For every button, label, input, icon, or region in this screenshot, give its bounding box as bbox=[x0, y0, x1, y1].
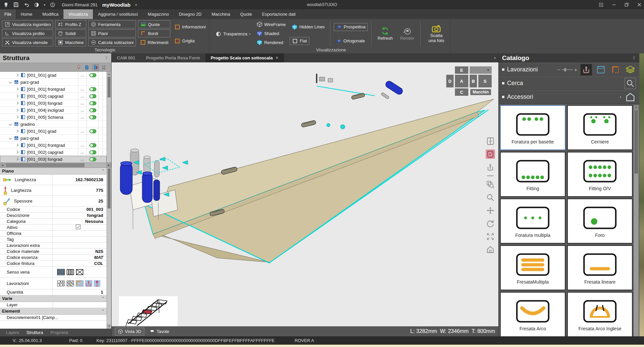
row-options-button[interactable]: ... bbox=[78, 93, 87, 99]
undo-icon[interactable] bbox=[23, 2, 29, 7]
row-options-button[interactable]: ... bbox=[78, 86, 87, 92]
property-row-codice-finitura[interactable]: Codice finituraCOL bbox=[0, 261, 107, 267]
tab-struttura[interactable]: Struttura bbox=[26, 330, 43, 335]
tree-row[interactable]: [001_005] Schiena... bbox=[0, 114, 107, 121]
pin-icon[interactable] bbox=[632, 56, 636, 60]
property-value[interactable]: N25 bbox=[53, 249, 107, 254]
menu-item-esportazione-dati[interactable]: Esportazione dati bbox=[257, 9, 300, 19]
chevron-right-icon[interactable] bbox=[15, 73, 19, 77]
section-header-varie[interactable]: Varie⌃ bbox=[0, 295, 107, 302]
ortogonale-button[interactable]: Ortogonale bbox=[334, 37, 368, 45]
catalog-tile-fitting[interactable]: Fitting bbox=[500, 152, 566, 197]
catalog-section-cerca[interactable]: Cerca bbox=[499, 76, 639, 90]
visibility-toggle[interactable] bbox=[87, 149, 99, 155]
panel-view-marked-icon[interactable] bbox=[93, 64, 99, 70]
visibility-toggle[interactable] bbox=[87, 100, 99, 106]
row-options-button[interactable]: ... bbox=[78, 100, 87, 106]
chevron-down-icon[interactable] bbox=[9, 136, 12, 140]
property-value[interactable]: COL bbox=[53, 261, 107, 266]
view-button-d[interactable]: D bbox=[446, 75, 454, 87]
document-tab-progetto-scala-con-sottoscala[interactable]: Progetto Scala con sottoscala✕ bbox=[205, 53, 284, 62]
grain-none-icon[interactable] bbox=[75, 269, 84, 276]
prospettiva-button[interactable]: Prospettiva bbox=[334, 23, 368, 31]
chevron-right-icon[interactable] bbox=[15, 108, 19, 112]
profilo-z-button[interactable]: ZProfilo Z bbox=[55, 20, 86, 28]
row-options-button[interactable]: ... bbox=[78, 114, 87, 120]
menu-item-file[interactable]: File bbox=[0, 9, 16, 19]
catalog-tile-fresata-arco[interactable]: Fresata Arco bbox=[500, 292, 566, 336]
layers-icon[interactable] bbox=[625, 64, 636, 75]
property-row-codice-materiale[interactable]: Codice materialeN25 bbox=[0, 249, 107, 255]
visibility-toggle[interactable] bbox=[87, 79, 99, 85]
view-button-a[interactable]: A bbox=[455, 75, 468, 87]
property-value[interactable]: Nessuna bbox=[53, 219, 107, 224]
view-button-b[interactable]: B bbox=[470, 75, 477, 87]
tree-row[interactable]: [001_001] grad... bbox=[0, 72, 107, 79]
property-value[interactable]: 775 bbox=[53, 188, 107, 193]
menu-item-disegno-2d[interactable]: Disegno 2D bbox=[174, 9, 206, 19]
drill-icon[interactable] bbox=[486, 162, 495, 172]
row-options-button[interactable] bbox=[78, 121, 87, 127]
tab-layers[interactable]: Layers bbox=[6, 330, 19, 335]
tree-row[interactable]: parz-grad bbox=[0, 135, 107, 142]
property-row-officina[interactable]: Officina bbox=[0, 231, 107, 237]
visibility-toggle[interactable] bbox=[87, 86, 99, 92]
zoom-window-icon[interactable] bbox=[486, 180, 495, 189]
tree-row[interactable]: [001_001] frontgrad... bbox=[0, 86, 107, 93]
scroll-down-icon[interactable]: ▼ bbox=[107, 324, 111, 329]
visibility-toggle[interactable] bbox=[87, 72, 99, 78]
info-icon[interactable] bbox=[50, 2, 55, 7]
refresh-button[interactable]: Refresh bbox=[375, 20, 395, 47]
tree-row[interactable]: [001_003] fongrad... bbox=[0, 100, 107, 107]
property-value[interactable]: 001_003 bbox=[53, 207, 107, 212]
property-value[interactable]: MAT bbox=[53, 255, 107, 260]
property-value[interactable]: 162.76002138 bbox=[53, 177, 107, 182]
menu-item-aggiorna-sostituisci[interactable]: Aggiorna / sostituisci bbox=[93, 9, 143, 19]
pin-icon[interactable] bbox=[105, 56, 109, 60]
tree-row[interactable]: gradino bbox=[0, 121, 107, 128]
tree-row[interactable]: [001_001] grad... bbox=[0, 128, 107, 135]
property-row-larghezza[interactable]: Larghezza775 bbox=[0, 185, 107, 196]
cabinet-view-icon[interactable] bbox=[486, 136, 495, 146]
macchine-button[interactable]: Macchine bbox=[55, 38, 86, 46]
vista-3d-tab[interactable]: Vista 3D bbox=[115, 328, 144, 335]
hidden-lines-button[interactable]: Hidden Lines bbox=[290, 23, 327, 31]
catalog-tile-cerniere[interactable]: Cerniere bbox=[567, 105, 633, 150]
menu-item-magazzino[interactable]: Magazzino bbox=[143, 9, 174, 19]
chevron-right-icon[interactable] bbox=[15, 157, 19, 161]
catalog-tile-fresatamultipla[interactable]: FresataMultipla bbox=[500, 245, 566, 290]
project-thumbnail[interactable] bbox=[119, 296, 178, 326]
machining-pin-icon[interactable] bbox=[94, 280, 101, 287]
chevron-down-icon[interactable] bbox=[9, 122, 12, 126]
property-row-layer[interactable]: Layer bbox=[0, 302, 107, 308]
chevron-right-icon[interactable] bbox=[15, 129, 19, 133]
panel-holes-icon[interactable] bbox=[486, 149, 495, 159]
section-header-piano[interactable]: Piano⌃ bbox=[0, 168, 107, 175]
icon-size-slider[interactable]: −+ bbox=[557, 67, 577, 72]
trasparenza-button[interactable]: Trasparenza▾ bbox=[213, 30, 253, 38]
property-row-lunghezza[interactable]: Lunghezza162.76002138 bbox=[0, 175, 107, 185]
reference-pin-icon[interactable] bbox=[76, 65, 81, 70]
view-button-c[interactable]: C bbox=[455, 88, 468, 96]
scroll-up-icon[interactable]: ▲ bbox=[107, 72, 111, 76]
property-row-tag[interactable]: Tag bbox=[0, 237, 107, 243]
row-options-button[interactable]: ... bbox=[78, 149, 87, 155]
render-button[interactable]: Render bbox=[397, 20, 417, 47]
view-button-s[interactable]: S bbox=[478, 75, 492, 87]
tree-row[interactable]: [001_002] capgrad... bbox=[0, 149, 107, 156]
theme-toggle-icon[interactable] bbox=[34, 2, 39, 7]
machining-edge-icon[interactable] bbox=[75, 280, 84, 287]
catalog-section-lavorazioni[interactable]: Lavorazioni −+ bbox=[499, 63, 639, 76]
row-options-button[interactable]: ... bbox=[78, 107, 87, 113]
sort-order-icon[interactable]: 1 23 4 bbox=[102, 65, 107, 70]
tree-row[interactable]: [001_003] fongrad... bbox=[0, 156, 107, 162]
shaded-button[interactable]: Shaded bbox=[255, 29, 288, 37]
row-options-button[interactable] bbox=[78, 79, 87, 85]
solidi-button[interactable]: Solidi bbox=[55, 29, 86, 37]
chevron-down-icon[interactable] bbox=[9, 80, 12, 84]
drill-tools-icon[interactable] bbox=[581, 64, 592, 75]
document-tab-progetto-porta-rosa-form[interactable]: Progetto Porta Rosa Form bbox=[141, 53, 205, 62]
informazioni-button[interactable]: Informazioni bbox=[172, 23, 208, 31]
tab-list-chevron-icon[interactable]: ▾ bbox=[494, 56, 496, 60]
chevron-right-icon[interactable] bbox=[15, 87, 19, 91]
